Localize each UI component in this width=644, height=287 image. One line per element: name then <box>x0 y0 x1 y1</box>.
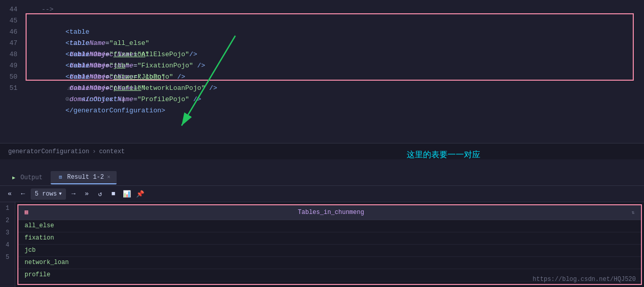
tabs-bar: ▶ Output ⊞ Result 1-2 × <box>0 170 644 186</box>
bottom-panel: ▶ Output ⊞ Result 1-2 × « ← 5 rows ▼ → »… <box>0 170 644 287</box>
table-cell-1: all_else <box>18 220 641 232</box>
line-content-51: ⊙ </generatorConfiguration> <box>26 83 644 128</box>
code-line-45: 45 <table tableName="all_else" domainObj… <box>0 15 644 27</box>
refresh-btn[interactable]: ↺ <box>95 188 106 200</box>
sort-icon: ⇅ <box>632 209 635 216</box>
row-numbers-col: 1 2 3 4 5 <box>0 202 15 287</box>
editor-area: 44 --> 45 <table tableName="all_else" do… <box>0 0 644 143</box>
rows-dropdown-icon: ▼ <box>59 192 61 197</box>
breadcrumb: generatorConfiguration › context <box>0 143 644 159</box>
breadcrumb-sep: › <box>92 148 96 155</box>
result-icon: ⊞ <box>57 174 64 181</box>
code-line-46: 46 <table tableName="fixation" domainObj… <box>0 27 644 38</box>
line-num-46: 46 <box>0 27 26 38</box>
data-table-wrap: ▦ Tables_in_chunmeng ⇅ all_else fixation <box>17 204 642 285</box>
next-page-btn[interactable]: → <box>68 188 79 200</box>
line-content-44: --> <box>26 4 644 15</box>
table-cell-3: jcb <box>18 244 641 256</box>
code-line-49: 49 <table tableName="profile" domainObje… <box>0 60 644 71</box>
table-cell-4: network_loan <box>18 256 641 269</box>
table-row-2: fixation <box>18 232 641 244</box>
first-page-btn[interactable]: « <box>4 188 15 200</box>
code-line-51: 51 ⊙ </generatorConfiguration> <box>0 83 644 94</box>
tab-output-label: Output <box>20 174 42 181</box>
line-num-45: 45 <box>0 15 26 27</box>
editor-wrapper: 44 --> 45 <table tableName="all_else" do… <box>0 0 644 158</box>
website-url: https://blog.csdn.net/HQJ520 <box>532 276 636 283</box>
line-num-50: 50 <box>0 71 26 83</box>
column-header: Tables_in_chunmeng <box>298 209 364 216</box>
line-num-51: 51 <box>0 83 26 94</box>
tab-result-label: Result 1-2 <box>67 174 104 181</box>
line-num-44: 44 <box>0 4 26 15</box>
stop-btn[interactable]: ■ <box>108 188 119 200</box>
last-page-btn[interactable]: » <box>81 188 93 200</box>
code-line-50: 50 ⚠ </context>| <box>0 71 644 83</box>
tab-result[interactable]: ⊞ Result 1-2 × <box>51 171 117 184</box>
code-line-47: 47 <table tableName="jcb" domainObjectNa… <box>0 38 644 49</box>
line-num-47: 47 <box>0 38 26 49</box>
code-line-44: 44 --> <box>0 4 644 15</box>
row-num-4: 4 <box>0 239 15 251</box>
tab-result-close[interactable]: × <box>107 174 110 180</box>
tab-output[interactable]: ▶ Output <box>4 171 49 184</box>
rows-selector[interactable]: 5 rows ▼ <box>31 188 66 200</box>
table-row-3: jcb <box>18 244 641 256</box>
breadcrumb-item-2: context <box>99 148 125 155</box>
prev-page-btn[interactable]: ← <box>17 188 29 200</box>
row-num-2: 2 <box>0 214 15 227</box>
output-icon: ▶ <box>10 174 17 181</box>
table-header: ▦ Tables_in_chunmeng ⇅ <box>18 205 641 220</box>
export-btn[interactable]: 📊 <box>121 188 132 200</box>
code-line-48: 48 <table tableName="network_loan" domai… <box>0 49 644 60</box>
row-num-1: 1 <box>0 202 15 214</box>
results-table: ▦ Tables_in_chunmeng ⇅ all_else fixation <box>18 205 641 281</box>
pin-btn[interactable]: 📌 <box>135 188 146 200</box>
line-num-48: 48 <box>0 49 26 60</box>
results-toolbar: « ← 5 rows ▼ → » ↺ ■ 📊 📌 <box>0 186 644 202</box>
row-num-5: 5 <box>0 251 15 264</box>
row-num-3: 3 <box>0 227 15 239</box>
table-row-4: network_loan <box>18 256 641 269</box>
rows-count: 5 rows <box>35 190 57 198</box>
table-row-1: all_else <box>18 220 641 232</box>
code-region: 44 --> 45 <table tableName="all_else" do… <box>0 2 644 96</box>
table-cell-2: fixation <box>18 232 641 244</box>
results-area: 1 2 3 4 5 ▦ Tables_in_chunmeng ⇅ <box>0 202 644 287</box>
breadcrumb-item-1: generatorConfiguration <box>8 148 89 155</box>
line-num-49: 49 <box>0 60 26 71</box>
